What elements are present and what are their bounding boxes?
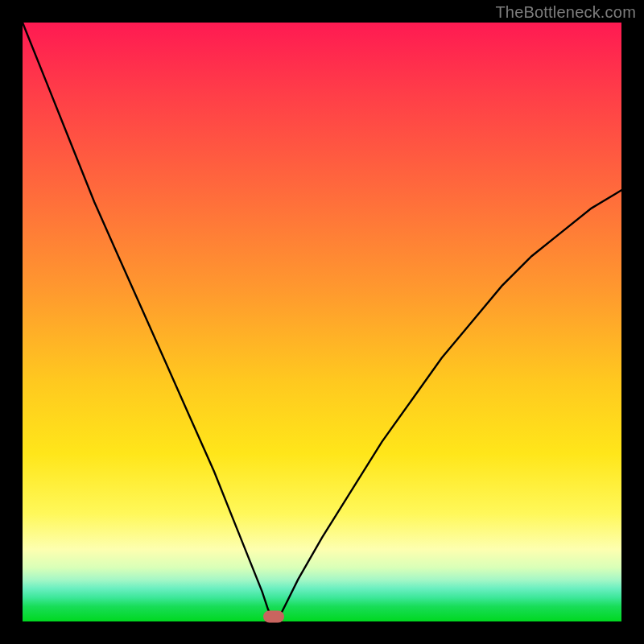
chart-frame: TheBottleneck.com xyxy=(0,0,644,644)
minimum-marker xyxy=(263,611,284,623)
watermark-text: TheBottleneck.com xyxy=(495,3,636,22)
curve-path xyxy=(23,23,621,621)
plot-area xyxy=(23,23,621,621)
bottleneck-curve xyxy=(23,23,621,621)
